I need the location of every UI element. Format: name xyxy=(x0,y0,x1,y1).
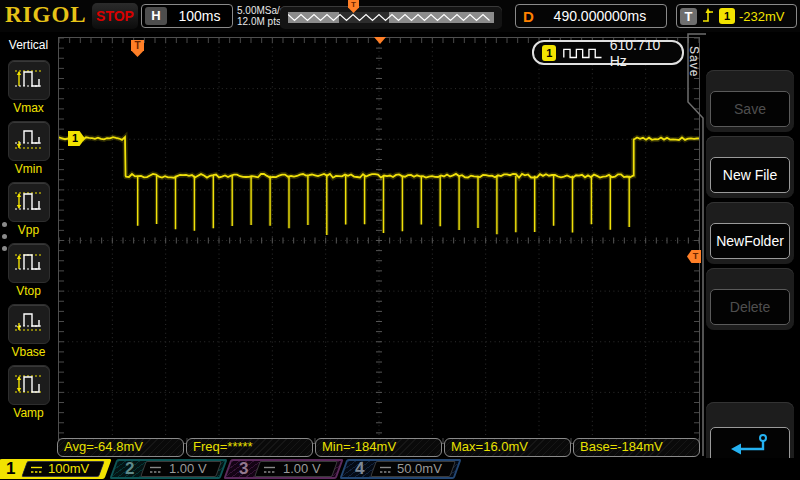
menu-tab-outline xyxy=(684,32,708,458)
dc-coupling-icon xyxy=(263,466,276,474)
return-arrow-icon xyxy=(728,432,772,458)
softkey-tile: Save xyxy=(706,70,794,132)
sidebar-item-label: Vtop xyxy=(0,284,57,298)
menu-tab-save: Save xyxy=(687,46,701,77)
waveform-display xyxy=(58,37,700,444)
vtop-icon xyxy=(12,249,46,275)
vmin-button[interactable] xyxy=(8,121,50,161)
measure-sidebar: Vertical Vmax xyxy=(0,32,57,458)
frequency-counter: 1 610.710 Hz xyxy=(532,40,684,65)
channel4-number: 4 xyxy=(355,459,364,479)
vbase-button[interactable] xyxy=(8,304,50,344)
measurement-bar: Avg=-64.8mV Freq=***** Min=-184mV Max=16… xyxy=(57,438,700,457)
softkey-tile: NewFolder xyxy=(706,202,794,264)
channel2-scale: 1.00 V xyxy=(169,459,207,479)
horizontal-reference-marker xyxy=(374,37,386,44)
sidebar-item-vpp[interactable]: Vpp xyxy=(0,182,57,237)
channel1-scale: 100mV xyxy=(48,459,89,479)
sidebar-item-vmax[interactable]: Vmax xyxy=(0,60,57,115)
timebase-value: 100ms xyxy=(167,8,232,24)
measurement-freq: Freq=***** xyxy=(186,438,313,457)
oscilloscope-screen: RIGOL STOP H 100ms 5.00MSa/s 12.0M pts T… xyxy=(0,0,800,480)
top-status-bar: RIGOL STOP H 100ms 5.00MSa/s 12.0M pts T… xyxy=(0,0,800,32)
softkey-tile: New File xyxy=(706,136,794,198)
delay-label: D xyxy=(523,8,534,25)
save-menu: Save Save New File NewFolder Delete xyxy=(684,32,800,458)
run-state-indicator: STOP xyxy=(92,3,138,29)
sample-rate: 5.00MSa/s xyxy=(237,5,285,16)
measurement-max: Max=16.0mV xyxy=(444,438,571,457)
vamp-button[interactable] xyxy=(8,365,50,405)
delay-value: 490.000000ms xyxy=(534,8,666,24)
horizontal-timebase-box: H 100ms xyxy=(141,4,233,28)
acquisition-info: 5.00MSa/s 12.0M pts xyxy=(237,5,285,27)
new-file-button[interactable]: New File xyxy=(710,157,790,193)
waveform-overview-strip: T xyxy=(280,6,502,29)
vmin-icon xyxy=(12,127,46,153)
measurement-min: Min=-184mV xyxy=(315,438,442,457)
dc-coupling-icon xyxy=(379,466,392,474)
overview-waveform xyxy=(288,12,494,23)
frequency-value: 610.710 Hz xyxy=(610,37,674,69)
channel3-number: 3 xyxy=(239,459,248,479)
delete-button[interactable]: Delete xyxy=(710,289,790,325)
measurement-base: Base=-184mV xyxy=(573,438,700,457)
sidebar-item-vmin[interactable]: Vmin xyxy=(0,121,57,176)
sidebar-item-vbase[interactable]: Vbase xyxy=(0,304,57,359)
rigol-logo: RIGOL xyxy=(5,2,87,28)
trigger-status-box: T 1 -232mV xyxy=(676,4,797,28)
channel-status-bar: 1 100mV 2 1.00 V 3 xyxy=(0,458,800,480)
rising-edge-icon xyxy=(701,7,715,25)
trigger-source-badge: 1 xyxy=(719,8,735,24)
trigger-level-value: -232mV xyxy=(739,9,785,24)
channel2-number: 2 xyxy=(125,459,134,479)
square-wave-icon xyxy=(562,46,603,60)
channel3-status[interactable]: 3 1.00 V xyxy=(227,459,340,479)
sidebar-item-vamp[interactable]: Vamp xyxy=(0,365,57,420)
freq-channel-badge: 1 xyxy=(542,45,556,61)
channel4-scale: 50.0mV xyxy=(397,459,442,479)
vmax-icon xyxy=(12,66,46,92)
new-folder-button[interactable]: NewFolder xyxy=(710,223,790,259)
vamp-icon xyxy=(12,371,46,397)
channel2-status[interactable]: 2 1.00 V xyxy=(113,459,224,479)
sidebar-title: Vertical xyxy=(0,32,57,54)
vpp-button[interactable] xyxy=(8,182,50,222)
measurement-avg: Avg=-64.8mV xyxy=(57,438,184,457)
channel1-trace xyxy=(59,38,699,443)
save-button[interactable]: Save xyxy=(710,91,790,127)
sidebar-item-label: Vmin xyxy=(0,162,57,176)
sidebar-item-label: Vpp xyxy=(0,223,57,237)
vmax-button[interactable] xyxy=(8,60,50,100)
channel1-number: 1 xyxy=(6,459,15,479)
record-band xyxy=(288,12,494,23)
vpp-icon xyxy=(12,188,46,214)
dc-coupling-icon xyxy=(30,466,43,474)
channel3-scale: 1.00 V xyxy=(283,459,321,479)
horizontal-label: H xyxy=(145,7,167,25)
sidebar-item-label: Vmax xyxy=(0,101,57,115)
vtop-button[interactable] xyxy=(8,243,50,283)
memory-depth: 12.0M pts xyxy=(237,16,285,27)
sidebar-item-vtop[interactable]: Vtop xyxy=(0,243,57,298)
trigger-label: T xyxy=(680,8,697,25)
delay-box: D 490.000000ms xyxy=(515,4,667,28)
dc-coupling-icon xyxy=(149,466,162,474)
softkey-tile: Delete xyxy=(706,268,794,330)
sidebar-item-label: Vamp xyxy=(0,406,57,420)
vbase-icon xyxy=(12,310,46,336)
channel4-status[interactable]: 4 50.0mV xyxy=(343,459,458,479)
channel1-status[interactable]: 1 100mV xyxy=(0,459,108,479)
sidebar-item-label: Vbase xyxy=(0,345,57,359)
menu-page-dots xyxy=(2,222,7,251)
